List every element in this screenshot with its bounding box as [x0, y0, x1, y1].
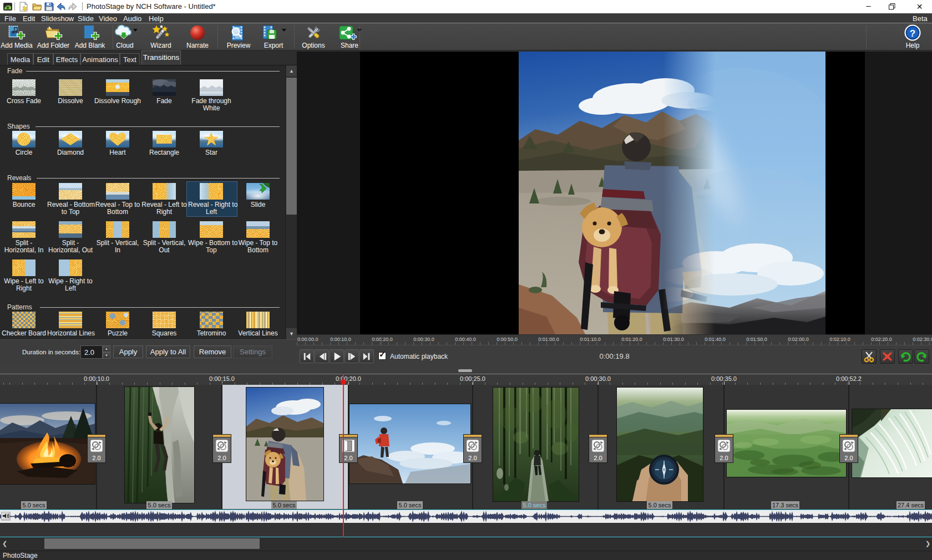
svg-text:?: ? — [910, 28, 915, 39]
